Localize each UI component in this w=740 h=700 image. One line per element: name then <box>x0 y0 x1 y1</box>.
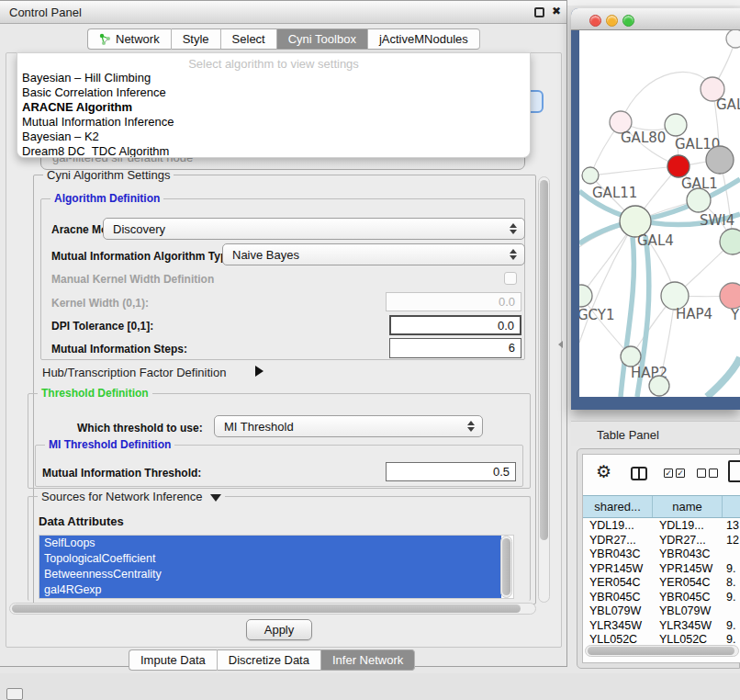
kernel-width-field[interactable]: 0.0 <box>386 292 521 311</box>
network-node-gal10[interactable] <box>665 114 687 136</box>
table-row[interactable]: YBR043CYBR043C <box>583 548 740 562</box>
network-node-hap2[interactable] <box>621 346 641 367</box>
tab-network[interactable]: Network <box>87 28 172 50</box>
tab-infer-network[interactable]: Infer Network <box>321 649 415 671</box>
gear-icon[interactable]: ⚙ <box>596 463 611 480</box>
table-row[interactable]: YLR345WYLR345W9. <box>583 619 740 634</box>
table-row[interactable]: YER054CYER054C8. <box>583 576 740 591</box>
network-node-label: HAP4 <box>676 306 712 322</box>
table-cell: YPR145W <box>583 562 653 577</box>
tab-jactivemnodules[interactable]: jActiveMNodules <box>368 28 480 50</box>
network-node-gal11[interactable] <box>582 167 599 184</box>
collapse-arrow-icon[interactable] <box>210 494 221 502</box>
network-node[interactable] <box>667 155 690 177</box>
mi-steps-field[interactable]: 6 <box>389 338 521 358</box>
settings-vertical-scrollbar-thumb[interactable] <box>540 180 548 540</box>
data-attribute-item[interactable]: gal4RGexp <box>39 582 501 598</box>
network-node-label: GAL4 <box>637 232 674 249</box>
algorithm-option[interactable]: Basic Correlation Inference <box>17 85 530 100</box>
table-panel-title: Table Panel <box>597 428 659 442</box>
algorithm-dropdown-placeholder: Select algorithm to view settings <box>17 53 530 71</box>
settings-horizontal-scrollbar-thumb[interactable] <box>12 604 521 613</box>
table-row[interactable]: YDL19...YDL19...13 <box>583 519 740 534</box>
collapsed-panel-button[interactable] <box>6 688 23 700</box>
tab-impute-data[interactable]: Impute Data <box>129 649 218 671</box>
expand-arrow-icon[interactable] <box>255 366 263 377</box>
network-view-frame: GALGAL80GAL10GAL1GAL11GAL4SWI4GCY1HAP4YH… <box>571 30 740 410</box>
table-row[interactable]: YLL052CYLL052C9. <box>583 633 740 644</box>
unchecked-checkbox-icon[interactable] <box>709 469 718 478</box>
mi-threshold-field[interactable]: 0.5 <box>386 462 516 481</box>
column-header-name[interactable]: name <box>653 496 723 517</box>
table-cell: YER054C <box>583 576 653 591</box>
tab-discretize-data[interactable]: Discretize Data <box>218 649 321 671</box>
column-header-shared-name[interactable]: shared... <box>583 496 653 517</box>
algorithm-option[interactable]: Mutual Information Inference <box>17 115 530 130</box>
algorithm-option[interactable]: Dream8 DC_TDC Algorithm <box>17 144 530 158</box>
minimize-traffic-light-icon[interactable] <box>606 15 618 27</box>
table-cell: YBR045C <box>653 591 723 605</box>
table-cell: 8. <box>723 576 740 591</box>
network-edge[interactable] <box>707 357 740 397</box>
algorithm-option[interactable]: ARACNE Algorithm <box>17 100 530 115</box>
dpi-tolerance-label: DPI Tolerance [0,1]: <box>51 320 153 333</box>
close-traffic-light-icon[interactable] <box>589 15 601 27</box>
data-attribute-item[interactable]: TopologicalCoefficient <box>39 551 501 567</box>
kernel-width-label: Kernel Width (0,1): <box>51 297 149 310</box>
checked-checkbox-icon[interactable]: ✓ <box>664 469 673 478</box>
table-row[interactable]: YBR045CYBR045C9. <box>583 591 740 605</box>
which-threshold-combo[interactable]: MI Threshold <box>214 415 483 437</box>
splitter-grip-icon[interactable] <box>558 341 563 348</box>
network-edge[interactable] <box>621 72 712 122</box>
control-panel-titlebar: Control Panel ✖ <box>0 1 566 24</box>
mi-algorithm-type-combo[interactable]: Naive Bayes <box>222 243 525 265</box>
network-node-y[interactable] <box>720 283 740 309</box>
column-header-partial[interactable] <box>723 496 740 517</box>
float-window-icon[interactable] <box>534 7 544 17</box>
tab-cyni-toolbox[interactable]: Cyni Toolbox <box>277 28 368 50</box>
document-icon[interactable] <box>728 460 740 482</box>
table-row[interactable]: YPR145WYPR145W9. <box>583 562 740 577</box>
tab-style[interactable]: Style <box>172 28 221 50</box>
algorithm-option[interactable]: Bayesian – Hill Climbing <box>17 71 530 85</box>
checked-checkbox-icon[interactable]: ✓ <box>676 469 685 478</box>
aracne-mode-combo[interactable]: Discovery <box>103 218 525 240</box>
attributes-scrollbar-thumb[interactable] <box>502 538 510 595</box>
network-node[interactable] <box>649 376 669 396</box>
data-attribute-item[interactable]: BetweennessCentrality <box>39 567 501 582</box>
table-cell: YBL079W <box>653 604 723 619</box>
table-horizontal-scrollbar-thumb[interactable] <box>588 647 734 655</box>
network-edge[interactable] <box>590 166 678 175</box>
settings-horizontal-scrollbar[interactable] <box>9 603 536 615</box>
network-node[interactable] <box>706 146 734 174</box>
split-columns-icon[interactable] <box>631 467 647 480</box>
table-horizontal-scrollbar[interactable] <box>585 645 739 657</box>
data-attribute-item[interactable]: SelfLoops <box>39 536 501 551</box>
tab-discretize-data-label: Discretize Data <box>229 653 309 667</box>
control-panel-title: Control Panel <box>9 6 82 19</box>
network-icon <box>99 33 111 45</box>
dpi-tolerance-field[interactable]: 0.0 <box>389 315 521 335</box>
tab-select-label: Select <box>232 32 265 46</box>
attributes-scrollbar[interactable] <box>500 536 512 598</box>
apply-button[interactable]: Apply <box>246 619 312 640</box>
settings-vertical-scrollbar[interactable] <box>538 176 550 603</box>
algorithm-option[interactable]: Bayesian – K2 <box>17 130 530 144</box>
network-node-swi4[interactable] <box>720 229 740 254</box>
tab-network-label: Network <box>116 32 160 46</box>
table-row[interactable]: YDR27...YDR27...12 <box>583 534 740 548</box>
network-node-gcy1[interactable] <box>579 285 592 307</box>
table-row[interactable]: YBL079WYBL079W <box>583 604 740 619</box>
zoom-traffic-light-icon[interactable] <box>622 15 634 27</box>
which-threshold-value: MI Threshold <box>224 420 294 434</box>
network-view-window: GALGAL80GAL10GAL1GAL11GAL4SWI4GCY1HAP4YH… <box>571 8 740 410</box>
network-node[interactable] <box>726 30 740 48</box>
tab-select[interactable]: Select <box>221 28 277 50</box>
mi-steps-label: Mutual Information Steps: <box>51 343 187 356</box>
table-panel-titlebar: Table Panel <box>571 421 740 446</box>
unchecked-checkbox-icon[interactable] <box>697 469 706 478</box>
manual-kernel-width-checkbox[interactable] <box>504 272 517 285</box>
network-edge[interactable] <box>581 296 631 356</box>
close-icon[interactable]: ✖ <box>552 5 561 17</box>
network-canvas[interactable]: GALGAL80GAL10GAL1GAL11GAL4SWI4GCY1HAP4YH… <box>579 30 740 397</box>
